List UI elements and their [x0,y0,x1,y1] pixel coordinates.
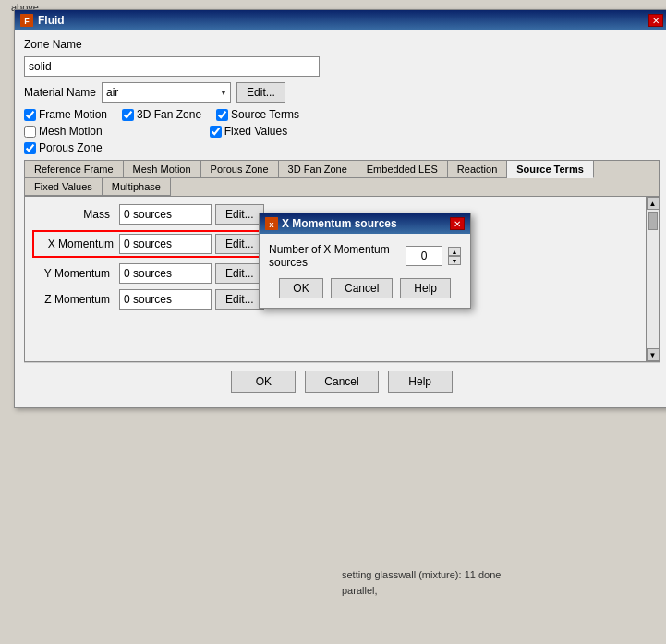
material-edit-button[interactable]: Edit... [236,82,285,103]
fixed-values-label: Fixed Values [224,125,287,138]
x-momentum-sources-dialog: X X Momentum sources ✕ Number of X Momen… [259,213,471,309]
popup-close-button[interactable]: ✕ [450,217,465,230]
frame-motion-checkbox-item[interactable]: Frame Motion [24,108,107,121]
material-name-row: Material Name air Edit... [24,82,660,103]
porous-zone-checkbox-item[interactable]: Porous Zone [24,141,103,154]
frame-motion-label: Frame Motion [39,108,107,121]
fluid-dialog-icon: F [20,14,33,27]
ok-button[interactable]: OK [231,371,296,393]
fluid-dialog-close-button[interactable]: ✕ [648,14,663,27]
y-momentum-edit-button[interactable]: Edit... [215,263,264,284]
popup-titlebar: X X Momentum sources ✕ [260,213,470,234]
zone-name-label: Zone Name [24,38,82,51]
cancel-button[interactable]: Cancel [305,371,378,393]
tab-mesh-motion[interactable]: Mesh Motion [124,161,201,178]
zone-name-row: Zone Name [24,38,660,51]
mesh-motion-checkbox[interactable] [24,126,36,138]
spinner-up-button[interactable]: ▲ [448,247,461,256]
tab-multiphase[interactable]: Multiphase [103,178,171,196]
popup-cancel-button[interactable]: Cancel [331,278,393,298]
fixed-values-checkbox-item[interactable]: Fixed Values [210,125,287,138]
popup-title-text: X Momentum sources [282,217,397,230]
scroll-up-button[interactable]: ▲ [647,197,660,210]
3d-fan-zone-checkbox[interactable] [122,109,134,121]
popup-help-button[interactable]: Help [400,278,451,298]
3d-fan-zone-label: 3D Fan Zone [137,108,201,121]
porous-zone-checkbox[interactable] [24,142,36,154]
svg-text:F: F [24,17,30,26]
mass-label: Mass [32,208,115,221]
fluid-dialog: F Fluid ✕ Zone Name Material Name air Ed… [14,9,666,408]
y-momentum-label: Y Momentum [32,267,115,280]
x-momentum-label: X Momentum [36,237,119,250]
x-momentum-edit-button[interactable]: Edit... [215,234,264,254]
frame-motion-checkbox[interactable] [24,109,36,121]
title-left: F Fluid [20,14,65,27]
source-terms-checkbox[interactable] [216,109,228,121]
popup-body: Number of X Momentum sources ▲ ▼ OK Canc… [260,234,470,308]
bg-bottom-text: setting glasswall (mixture): 11 done par… [342,567,501,598]
fluid-dialog-title: Fluid [38,14,65,27]
source-terms-checkbox-item[interactable]: Source Terms [216,108,299,121]
tab-fixed-values[interactable]: Fixed Values [25,178,103,196]
material-name-label: Material Name [24,86,96,99]
scroll-track [648,210,659,348]
source-terms-label: Source Terms [231,108,299,121]
checkboxes-row2: Mesh Motion Fixed Values [24,125,660,138]
popup-field-label: Number of X Momentum sources [269,243,400,269]
porous-zone-label: Porous Zone [39,141,103,154]
mesh-motion-checkbox-item[interactable]: Mesh Motion [24,125,103,138]
tab-3d-fan-zone[interactable]: 3D Fan Zone [279,161,357,178]
zone-name-input-row [24,56,660,77]
z-momentum-input[interactable] [119,289,212,310]
popup-field-row: Number of X Momentum sources ▲ ▼ [269,243,461,269]
tab-porous-zone[interactable]: Porous Zone [201,161,279,178]
tab-source-terms[interactable]: Source Terms [507,161,594,178]
source-row-x-momentum-highlighted: X Momentum Edit... [32,230,268,258]
z-momentum-label: Z Momentum [32,293,115,306]
popup-ok-button[interactable]: OK [279,278,323,298]
bg-bottom-line1: setting glasswall (mixture): 11 done [342,567,501,583]
3d-fan-zone-checkbox-item[interactable]: 3D Fan Zone [122,108,201,121]
bg-bottom-line2: parallel, [342,583,501,599]
tab-reference-frame[interactable]: Reference Frame [25,161,124,178]
tab-reaction[interactable]: Reaction [448,161,507,178]
popup-icon: X [265,217,278,230]
checkboxes-row3: Porous Zone [24,141,660,154]
checkboxes-row1: Frame Motion 3D Fan Zone Source Terms [24,108,660,121]
help-button[interactable]: Help [388,371,453,393]
material-dropdown-wrapper: air [102,82,231,103]
scroll-down-button[interactable]: ▼ [647,348,660,361]
zone-name-input[interactable] [24,56,320,77]
tabs-bar: Reference Frame Mesh Motion Porous Zone … [24,160,660,196]
fixed-values-checkbox[interactable] [210,126,222,138]
mesh-motion-label: Mesh Motion [39,125,103,138]
popup-buttons: OK Cancel Help [269,278,461,298]
spinner-buttons: ▲ ▼ [448,247,461,265]
popup-title-left: X X Momentum sources [265,217,397,230]
material-dropdown[interactable]: air [102,82,231,103]
mass-input[interactable] [119,204,212,225]
mass-edit-button[interactable]: Edit... [215,204,264,225]
vertical-scrollbar[interactable]: ▲ ▼ [646,197,659,361]
x-momentum-sources-input[interactable] [406,246,442,266]
tab-embedded-les[interactable]: Embedded LES [357,161,448,178]
fluid-dialog-titlebar: F Fluid ✕ [15,10,666,30]
scroll-thumb[interactable] [648,212,658,230]
x-momentum-input[interactable] [119,234,212,254]
bottom-buttons: OK Cancel Help [24,362,660,400]
svg-text:X: X [269,221,274,229]
y-momentum-input[interactable] [119,263,212,284]
z-momentum-edit-button[interactable]: Edit... [215,289,264,310]
spinner-down-button[interactable]: ▼ [448,256,461,265]
